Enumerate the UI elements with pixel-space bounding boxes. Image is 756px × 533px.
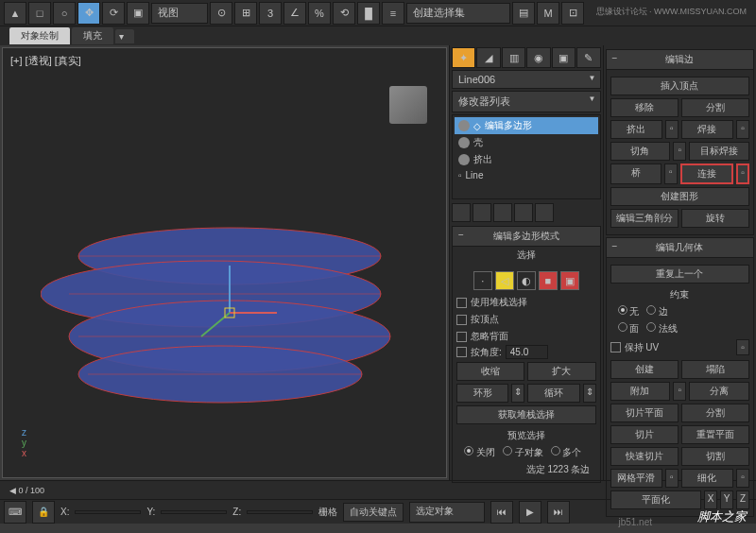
insert-vertex-button[interactable]: 插入顶点 <box>610 77 750 95</box>
edit-tri-button[interactable]: 编辑三角剖分 <box>610 209 679 228</box>
schematic-view-icon[interactable]: ⊡ <box>561 2 584 25</box>
extrude-button[interactable]: 挤出 <box>610 120 662 139</box>
angle-snap-icon[interactable]: ∠ <box>284 2 306 25</box>
planar-x-button[interactable]: X <box>704 490 717 509</box>
constraint-face-radio[interactable] <box>618 322 627 332</box>
weld-button[interactable]: 焊接 <box>681 120 733 139</box>
constraint-normal-radio[interactable] <box>646 322 656 332</box>
make-planar-button[interactable]: 平面化 <box>610 490 702 509</box>
pin-stack-icon[interactable] <box>452 203 471 222</box>
z-coord-field[interactable] <box>247 510 313 514</box>
get-stack-sel-button[interactable]: 获取堆栈选择 <box>456 405 596 424</box>
show-end-result-icon[interactable] <box>472 203 491 222</box>
utilities-tab-icon[interactable]: ✎ <box>576 47 600 68</box>
mirror-tool[interactable]: ▐▌ <box>357 2 380 25</box>
grow-button[interactable]: 扩大 <box>527 362 595 381</box>
eye-icon[interactable] <box>458 154 470 165</box>
mod-edit-poly[interactable]: ◇编辑多边形 <box>455 117 598 134</box>
object-name-field[interactable]: Line006 <box>452 70 601 89</box>
loop-spinner[interactable]: ⇕ <box>583 384 596 403</box>
msmooth-button[interactable]: 网格平滑 <box>610 469 662 488</box>
create-tab-icon[interactable]: ✦ <box>452 47 475 68</box>
mod-shell[interactable]: 壳 <box>455 134 598 151</box>
mod-extrude[interactable]: 挤出 <box>455 151 598 168</box>
loop-button[interactable]: 循环 <box>527 384 579 403</box>
connect-settings-icon[interactable]: ▫ <box>736 163 749 184</box>
preview-multi-radio[interactable] <box>551 446 560 456</box>
connect-button[interactable]: 连接 <box>680 163 733 184</box>
tessellate-settings-icon[interactable]: ▫ <box>736 469 749 488</box>
tab-object-paint[interactable]: 对象绘制 <box>9 27 70 44</box>
preview-off-radio[interactable] <box>464 446 473 456</box>
curve-editor-icon[interactable]: M <box>537 2 559 25</box>
configure-sets-icon[interactable] <box>535 203 554 222</box>
by-vertex-checkbox[interactable] <box>456 315 467 325</box>
mesh-object[interactable] <box>41 171 419 417</box>
ring-button[interactable]: 环形 <box>456 384 508 403</box>
play-icon[interactable]: ▶ <box>519 501 541 524</box>
pivot-tool[interactable]: ⊙ <box>210 2 232 25</box>
attach-settings-icon[interactable]: ▫ <box>673 382 686 401</box>
modifier-stack[interactable]: ◇编辑多边形 壳 挤出 ▫Line <box>452 114 601 199</box>
planar-z-button[interactable]: Z <box>736 490 749 509</box>
preserve-uv-checkbox[interactable] <box>610 342 621 352</box>
rollout-header[interactable]: 编辑几何体 <box>607 238 754 258</box>
rollout-header[interactable]: 编辑边 <box>607 50 754 70</box>
msmooth-settings-icon[interactable]: ▫ <box>665 469 679 488</box>
repeat-last-button[interactable]: 重复上一个 <box>610 265 750 284</box>
key-filters-dropdown[interactable]: 选定对象 <box>409 502 485 523</box>
lock-icon[interactable]: 🔒 <box>32 501 55 524</box>
play-next-icon[interactable]: ⏭ <box>547 501 570 524</box>
constraint-edge-radio[interactable] <box>646 305 656 315</box>
attach-button[interactable]: 附加 <box>610 382 671 401</box>
perspective-viewport[interactable]: [+] [透视] [真实] z y x <box>2 47 447 478</box>
preview-subobj-radio[interactable] <box>503 446 512 456</box>
weld-settings-icon[interactable]: ▫ <box>736 120 749 139</box>
snap-toggle-3[interactable]: 3 <box>259 2 282 25</box>
spinner-snap-icon[interactable]: ⟲ <box>333 2 355 25</box>
remove-button[interactable]: 移除 <box>610 98 679 117</box>
manip-tool[interactable]: ⊞ <box>234 2 257 25</box>
move-tool[interactable]: ✥ <box>77 2 100 25</box>
display-tab-icon[interactable]: ▣ <box>552 47 576 68</box>
by-angle-checkbox[interactable] <box>456 347 467 357</box>
extrude-settings-icon[interactable]: ▫ <box>665 120 679 139</box>
bridge-settings-icon[interactable]: ▫ <box>664 163 678 184</box>
scale-tool[interactable]: ▣ <box>127 2 149 25</box>
create-shape-button[interactable]: 创建图形 <box>610 187 750 206</box>
x-coord-field[interactable] <box>75 510 141 514</box>
slice-plane-button[interactable]: 切片平面 <box>610 404 679 422</box>
edge-subobj-icon[interactable]: ◁ <box>495 271 514 290</box>
collapse-button[interactable]: 塌陷 <box>681 360 749 379</box>
constraint-none-radio[interactable] <box>618 305 627 315</box>
motion-tab-icon[interactable]: ◉ <box>526 47 550 68</box>
make-unique-icon[interactable] <box>493 203 512 222</box>
slice-button[interactable]: 切片 <box>610 425 679 444</box>
reset-plane-button[interactable]: 重置平面 <box>681 425 749 444</box>
modify-tab-icon[interactable]: ◢ <box>476 47 500 68</box>
angle-spinner[interactable]: 45.0 <box>506 345 548 359</box>
polygon-subobj-icon[interactable]: ■ <box>539 271 558 290</box>
ring-spinner[interactable]: ⇕ <box>511 384 524 403</box>
modifier-list-dropdown[interactable]: 修改器列表 <box>452 91 601 112</box>
tab-expand-icon[interactable]: ▾ <box>115 29 134 43</box>
align-tool[interactable]: ≡ <box>382 2 404 25</box>
border-subobj-icon[interactable]: ◐ <box>517 271 536 290</box>
auto-key-button[interactable]: 自动关键点 <box>343 503 404 522</box>
split-button[interactable]: 分割 <box>681 98 749 117</box>
chamfer-settings-icon[interactable]: ▫ <box>673 142 686 161</box>
y-coord-field[interactable] <box>161 510 227 514</box>
mod-line[interactable]: ▫Line <box>455 168 598 182</box>
eye-icon[interactable] <box>458 137 470 148</box>
detach-button[interactable]: 分离 <box>689 382 749 401</box>
rotate-tool[interactable]: ⟳ <box>102 2 125 25</box>
preserve-uv-settings-icon[interactable]: ▫ <box>736 339 749 355</box>
target-weld-button[interactable]: 目标焊接 <box>689 142 749 161</box>
planar-y-button[interactable]: Y <box>720 490 733 509</box>
cut-button[interactable]: 切割 <box>681 447 749 466</box>
quickslice-button[interactable]: 快速切片 <box>610 447 679 466</box>
tab-fill[interactable]: 填充 <box>72 27 113 44</box>
turn-button[interactable]: 旋转 <box>681 209 749 228</box>
chamfer-button[interactable]: 切角 <box>610 142 671 161</box>
script-listener-icon[interactable]: ⌨ <box>4 501 26 524</box>
